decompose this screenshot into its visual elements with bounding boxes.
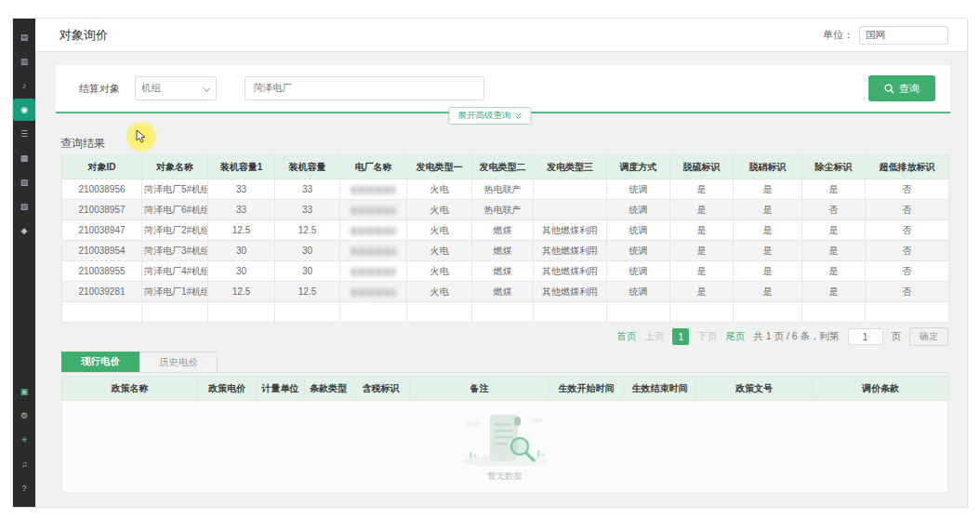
double-chevron-down-icon: [515, 113, 523, 120]
table-row[interactable]: [62, 302, 949, 323]
pagination-current-page[interactable]: 1: [672, 328, 689, 345]
table-cell: 是: [670, 241, 734, 261]
table-cell: [534, 302, 607, 323]
column-header: 超低排放标识: [866, 155, 949, 179]
column-header: 脱硝标识: [734, 155, 802, 179]
table-row[interactable]: 210038947菏泽电厂2#机组12.512.5火电燃煤其他燃煤利用统调是是是…: [62, 220, 949, 241]
table-cell: 火电: [407, 179, 472, 200]
empty-state: 暂无数据: [61, 401, 948, 493]
column-header: 政策名称: [62, 377, 198, 401]
table-cell: [866, 302, 949, 323]
pagination-prev[interactable]: 上页: [644, 330, 664, 343]
table-row[interactable]: 210038956菏泽电厂5#机组3333火电热电联产统调是是是否: [62, 179, 949, 200]
table-cell: 菏泽电厂5#机组: [142, 179, 208, 200]
table-cell: 否: [866, 282, 949, 302]
pagination-summary: 共 1 页 / 6 条，到第: [753, 330, 839, 343]
app-active-icon[interactable]: ◉: [13, 99, 35, 121]
table-cell: [208, 302, 275, 323]
sidebar-top-group: ▤▥♪◉☰▦▧▨◆: [13, 24, 35, 244]
table-cell: 是: [734, 282, 802, 302]
table-cell: [62, 302, 142, 323]
table-cell: 12.5: [275, 220, 340, 241]
results-section-title: 查询结果: [60, 136, 105, 152]
query-button-label: 查询: [899, 82, 920, 96]
table-cell: 否: [866, 220, 949, 241]
help-icon[interactable]: ?: [13, 477, 35, 499]
grid-icon[interactable]: ▦: [13, 147, 35, 169]
table-cell: 是: [802, 282, 866, 302]
page-jump-confirm-button[interactable]: 确定: [909, 327, 948, 346]
menu-list-icon[interactable]: ☰: [13, 123, 35, 145]
table-cell: 30: [208, 241, 275, 261]
table-cell: 燃煤: [472, 282, 534, 302]
table-cell: 统调: [607, 220, 670, 241]
column-header: 电厂名称: [340, 155, 407, 179]
page-jump-input[interactable]: [848, 328, 883, 345]
table-cell: 33: [208, 179, 275, 200]
expand-advanced-query-button[interactable]: 展开高级查询: [449, 107, 532, 125]
table-cell: 否: [866, 261, 949, 282]
table-cell: 热电联产: [472, 200, 534, 220]
settlement-object-label: 结算对象: [79, 82, 120, 96]
settlement-type-select[interactable]: 机组: [135, 76, 217, 100]
redacted-plant-name: [351, 247, 395, 256]
table-cell: [340, 261, 407, 282]
redacted-plant-name: [351, 227, 395, 235]
table-cell: 火电: [407, 200, 472, 220]
table-cell: 12.5: [208, 282, 275, 302]
table-row[interactable]: 210038955菏泽电厂4#机组3030火电燃煤其他燃煤利用统调是是是否: [62, 261, 949, 282]
table-cell: 菏泽电厂6#机组: [142, 200, 208, 220]
table-row[interactable]: 210038957菏泽电厂6#机组3333火电热电联产统调是是否否: [62, 200, 949, 220]
settlement-type-value: 机组: [141, 82, 161, 95]
table-cell: [340, 220, 407, 241]
asterisk-icon[interactable]: ✳: [13, 429, 35, 451]
table-cell: 是: [734, 220, 802, 241]
music-note-icon[interactable]: ♪: [13, 74, 35, 97]
no-data-illustration-icon: [449, 411, 561, 469]
briefcase-icon[interactable]: ▤: [13, 26, 35, 48]
column-header: 含税标识: [352, 377, 410, 401]
image-icon[interactable]: ▣: [13, 380, 35, 403]
table-row[interactable]: 210038954菏泽电厂3#机组3030火电燃煤其他燃煤利用统调是是是否: [62, 241, 949, 261]
table-cell: 是: [734, 261, 802, 282]
table-cell: 210038957: [62, 200, 142, 220]
pagination-last[interactable]: 尾页: [725, 330, 745, 343]
unit-input[interactable]: [859, 26, 948, 45]
table-cell: 210039281: [62, 282, 142, 302]
table-cell: [142, 302, 208, 323]
cursor-arrow-icon: [136, 129, 147, 143]
column-header: 计量单位: [257, 377, 305, 401]
table-cell: 是: [802, 220, 866, 241]
query-button[interactable]: 查询: [868, 75, 935, 101]
column-header: 备注: [410, 377, 550, 401]
unit-label: 单位：: [823, 28, 854, 42]
table-cell: 30: [275, 261, 340, 282]
column-header: 政策文号: [696, 377, 813, 401]
tab-history-price[interactable]: 历史电价: [139, 352, 218, 372]
diamond-icon[interactable]: ◆: [13, 219, 35, 242]
document-icon[interactable]: ▨: [13, 195, 35, 218]
table-cell: 是: [802, 261, 866, 282]
pagination-first[interactable]: 首页: [616, 330, 636, 343]
table-cell: 统调: [607, 179, 670, 200]
column-header: 对象名称: [142, 155, 208, 179]
redacted-plant-name: [351, 288, 395, 297]
column-header: 装机容量: [275, 155, 340, 179]
table-cell: [340, 282, 407, 302]
table-cell: 其他燃煤利用: [534, 220, 607, 241]
table-cell: 30: [208, 261, 275, 282]
table-row[interactable]: 210039281菏泽电厂1#机组12.512.5火电燃煤其他燃煤利用统调是是是…: [62, 282, 949, 302]
plant-keyword-input[interactable]: [245, 76, 484, 100]
notification-icon[interactable]: ♫: [13, 453, 35, 475]
calendar-icon[interactable]: ▧: [13, 171, 35, 193]
table-cell: 否: [866, 241, 949, 261]
column-header: 发电类型二: [472, 155, 534, 179]
table-cell: [275, 302, 340, 323]
table-cell: 是: [670, 220, 734, 241]
tab-current-price[interactable]: 现行电价: [61, 352, 139, 372]
table-cell: 其他燃煤利用: [534, 261, 607, 282]
settings-gear-icon[interactable]: ⚙: [13, 405, 35, 427]
pagination-next[interactable]: 下页: [697, 330, 717, 343]
column-header: 政策电价: [198, 377, 257, 401]
folder-icon[interactable]: ▥: [13, 50, 35, 73]
